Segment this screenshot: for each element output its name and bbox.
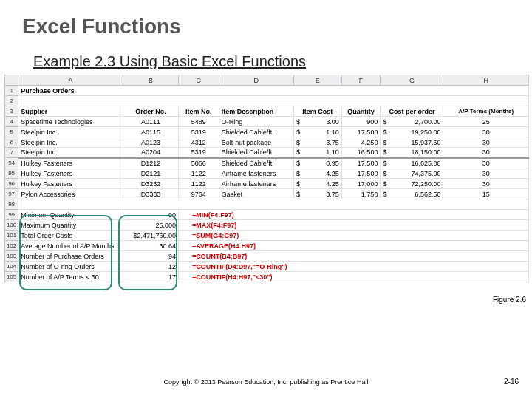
cell-qty[interactable]: 17,000 [341,179,381,189]
summary-value[interactable]: 90 [123,210,179,220]
summary-label[interactable]: Number of O-ring Orders [18,262,123,272]
rowhdr[interactable]: 103 [5,251,18,262]
col-F[interactable]: F [341,75,381,86]
cell-cost[interactable]: $0.95 [293,158,341,168]
cell-orderno[interactable]: D3333 [123,189,179,200]
cell-itemno[interactable]: 5319 [178,127,219,137]
summary-formula[interactable]: =MIN(F4:F97) [178,210,528,220]
cell-itemno[interactable]: 5489 [178,117,219,127]
rowhdr-98[interactable]: 98 [5,200,18,210]
hdr-cpo[interactable]: Cost per order [381,106,443,117]
cell-orderno[interactable]: D1212 [123,158,179,168]
cell-cost[interactable]: $3.75 [293,189,341,200]
col-D[interactable]: D [219,75,293,86]
rowhdr-1[interactable]: 1 [5,86,18,96]
cell-orderno[interactable]: A0204 [123,148,179,158]
summary-value[interactable]: 12 [123,262,179,272]
summary-formula[interactable]: =AVERAGE(H4:H97) [178,241,528,251]
rowhdr[interactable]: 104 [5,262,18,272]
hdr-orderno[interactable]: Order No. [123,106,179,117]
cell-qty[interactable]: 17,500 [341,168,381,179]
cell-cost[interactable]: $3.75 [293,137,341,148]
summary-value[interactable]: 25,000 [123,220,179,231]
summary-formula[interactable]: =COUNTIF(H4:H97,"<30") [178,272,528,282]
rowhdr[interactable]: 105 [5,272,18,282]
cell-itemno[interactable]: 1122 [178,168,219,179]
summary-label[interactable]: Minimum Quantity [18,210,123,220]
cell-desc[interactable]: Shielded Cable/ft. [219,127,293,137]
hdr-itemcost[interactable]: Item Cost [293,106,341,117]
cell-cpo[interactable]: $18,150.00 [381,148,443,158]
cell-supplier[interactable]: Steelpin Inc. [18,148,123,158]
cell-ap[interactable]: 30 [443,168,529,179]
summary-formula[interactable]: =MAX(F4:F97) [178,220,528,231]
cell-cost[interactable]: $3.00 [293,117,341,127]
cell-qty[interactable]: 16,500 [341,148,381,158]
cell-cpo[interactable]: $19,250.00 [381,127,443,137]
cell-supplier[interactable]: Hulkey Fasteners [18,158,123,168]
cell-desc[interactable]: Gasket [219,189,293,200]
rowhdr[interactable]: 102 [5,241,18,251]
cell-qty[interactable]: 17,500 [341,158,381,168]
cell-cpo[interactable]: $16,625.00 [381,158,443,168]
rowhdr[interactable]: 95 [5,168,18,179]
summary-value[interactable]: $2,471,760.00 [123,231,179,241]
summary-label[interactable]: Total Order Costs [18,231,123,241]
cell-ap[interactable]: 15 [443,189,529,200]
cell-cpo[interactable]: $6,562.50 [381,189,443,200]
cell-cost[interactable]: $1.10 [293,127,341,137]
sheet-title-cell[interactable]: Purchase Orders [18,86,529,96]
cell-desc[interactable]: Bolt-nut package [219,137,293,148]
rowhdr[interactable]: 96 [5,179,18,189]
cell-itemno[interactable]: 5066 [178,158,219,168]
summary-formula[interactable]: =SUM(G4:G97) [178,231,528,241]
summary-value[interactable]: 94 [123,251,179,262]
cell-supplier[interactable]: Pylon Accessories [18,189,123,200]
hdr-apterms[interactable]: A/P Terms (Months) [443,106,529,117]
rowhdr-3[interactable]: 3 [5,106,18,117]
empty-cell[interactable] [18,200,529,210]
rowhdr[interactable]: 7 [5,148,18,158]
cell-orderno[interactable]: D2121 [123,168,179,179]
cell-cost[interactable]: $4.25 [293,168,341,179]
cell-cpo[interactable]: $2,700.00 [381,117,443,127]
rowhdr[interactable]: 4 [5,117,18,127]
col-C[interactable]: C [178,75,219,86]
cell-supplier[interactable]: Hulkey Fasteners [18,168,123,179]
cell-itemno[interactable]: 1122 [178,179,219,189]
rowhdr[interactable]: 97 [5,189,18,200]
col-H[interactable]: H [443,75,529,86]
cell-itemno[interactable]: 5319 [178,148,219,158]
cell-ap[interactable]: 30 [443,148,529,158]
rowhdr[interactable]: 6 [5,137,18,148]
summary-value[interactable]: 17 [123,272,179,282]
rowhdr[interactable]: 94 [5,158,18,168]
summary-value[interactable]: 30.64 [123,241,179,251]
summary-label[interactable]: Average Number of A/P Months [18,241,123,251]
hdr-itemdesc[interactable]: Item Description [219,106,293,117]
cell-itemno[interactable]: 4312 [178,137,219,148]
col-A[interactable]: A [18,75,123,86]
cell-supplier[interactable]: Steelpin Inc. [18,127,123,137]
cell-ap[interactable]: 30 [443,137,529,148]
cell-cpo[interactable]: $15,937.50 [381,137,443,148]
cell-desc[interactable]: O-Ring [219,117,293,127]
rowhdr[interactable]: 99 [5,210,18,220]
cell-orderno[interactable]: A0123 [123,137,179,148]
cell-qty[interactable]: 1,750 [341,189,381,200]
cell-orderno[interactable]: D3232 [123,179,179,189]
cell-desc[interactable]: Airframe fasteners [219,168,293,179]
hdr-qty[interactable]: Quantity [341,106,381,117]
cell-supplier[interactable]: Spacetime Technologies [18,117,123,127]
cell-desc[interactable]: Shielded Cable/ft. [219,158,293,168]
rowhdr[interactable]: 100 [5,220,18,231]
cell-qty[interactable]: 900 [341,117,381,127]
summary-formula[interactable]: =COUNTIF(D4:D97,"=O-Ring") [178,262,528,272]
cell-cpo[interactable]: $72,250.00 [381,179,443,189]
cell-supplier[interactable]: Hulkey Fasteners [18,179,123,189]
cell-ap[interactable]: 30 [443,158,529,168]
rowhdr[interactable]: 101 [5,231,18,241]
hdr-supplier[interactable]: Supplier [18,106,123,117]
hdr-itemno[interactable]: Item No. [178,106,219,117]
cell-ap[interactable]: 25 [443,117,529,127]
